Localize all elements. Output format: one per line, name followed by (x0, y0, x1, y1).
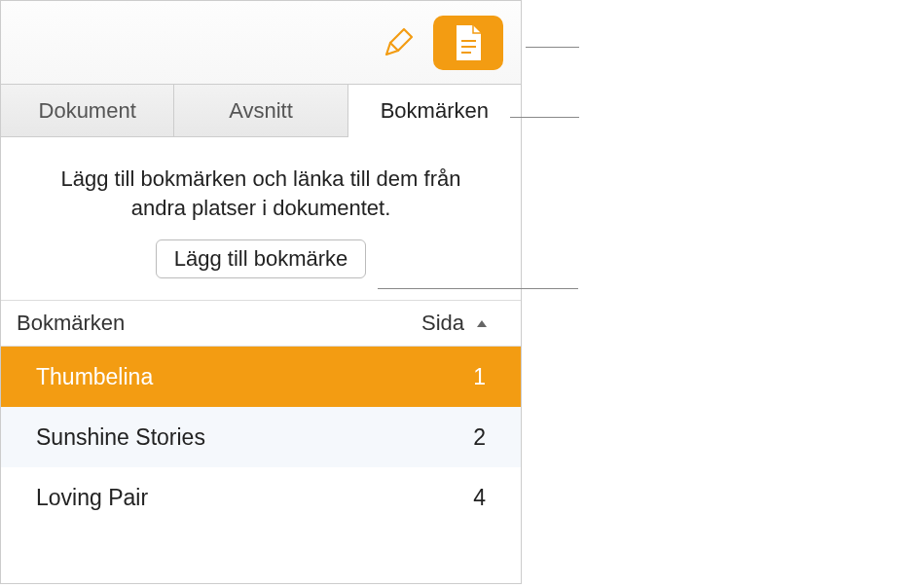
document-settings-button[interactable] (433, 16, 503, 70)
document-icon (452, 23, 485, 62)
bookmark-page: 2 (462, 424, 521, 451)
format-brush-button[interactable] (377, 21, 420, 64)
bookmark-row[interactable]: Loving Pair 4 (1, 467, 521, 528)
inspector-panel: Dokument Avsnitt Bokmärken Lägg till bok… (0, 0, 522, 584)
sort-ascending-icon (476, 315, 488, 331)
callout-line (378, 288, 578, 289)
bookmark-page: 4 (462, 485, 521, 511)
bookmark-page: 1 (462, 364, 521, 390)
bookmark-name: Loving Pair (1, 485, 462, 511)
add-bookmark-button[interactable]: Lägg till bokmärke (156, 239, 367, 278)
instruction-text: Lägg till bokmärken och länka till dem f… (1, 137, 521, 239)
brush-icon (381, 25, 416, 60)
column-header-page[interactable]: Sida (414, 311, 521, 336)
callout-line (510, 117, 579, 118)
tab-bar: Dokument Avsnitt Bokmärken (1, 85, 521, 137)
toolbar (1, 1, 521, 85)
tab-bookmarks[interactable]: Bokmärken (348, 85, 521, 137)
column-header-name[interactable]: Bokmärken (1, 311, 414, 336)
tab-section[interactable]: Avsnitt (174, 85, 347, 137)
bookmark-row[interactable]: Thumbelina 1 (1, 347, 521, 407)
bookmark-name: Sunshine Stories (1, 424, 462, 451)
tab-document[interactable]: Dokument (1, 85, 174, 137)
bookmark-name: Thumbelina (1, 364, 462, 390)
callout-line (526, 47, 579, 48)
column-header-page-label: Sida (421, 311, 464, 336)
bookmark-row[interactable]: Sunshine Stories 2 (1, 407, 521, 467)
bookmark-list-header: Bokmärken Sida (1, 300, 521, 347)
